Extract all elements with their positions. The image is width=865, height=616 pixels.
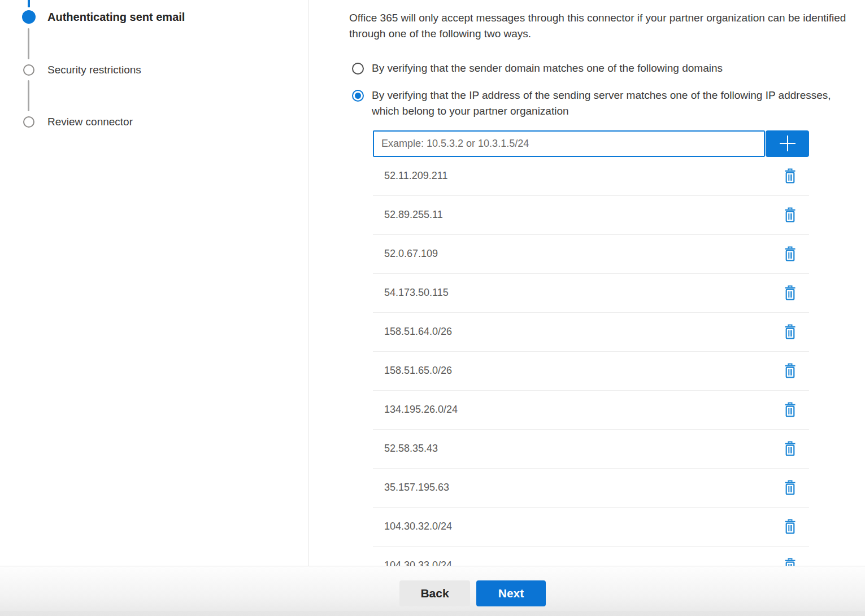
- ip-input-row: [373, 130, 809, 157]
- trash-icon: [784, 324, 796, 339]
- ip-address-value: 104.30.32.0/24: [384, 521, 452, 532]
- ip-list-row: 158.51.65.0/26: [373, 352, 809, 391]
- radio-unselected-icon[interactable]: [352, 63, 364, 75]
- trash-icon: [784, 285, 796, 300]
- ip-address-value: 35.157.195.63: [384, 482, 449, 493]
- delete-ip-button[interactable]: [779, 361, 801, 381]
- ip-address-section: 52.11.209.211 52.89.255.11: [373, 130, 809, 566]
- trash-icon: [784, 168, 796, 184]
- plus-icon: [777, 133, 798, 154]
- step-label: Security restrictions: [47, 64, 141, 76]
- ip-address-input[interactable]: [373, 130, 765, 157]
- ip-address-value: 158.51.65.0/26: [384, 365, 452, 377]
- wizard-footer: Back Next: [0, 566, 865, 616]
- step-authenticating-sent-email: Authenticating sent email: [0, 10, 185, 24]
- trash-icon: [784, 558, 796, 566]
- ip-list-row: 134.195.26.0/24: [373, 391, 809, 430]
- delete-ip-button[interactable]: [779, 556, 801, 566]
- delete-ip-button[interactable]: [779, 205, 801, 225]
- ip-address-value: 52.58.35.43: [384, 443, 438, 455]
- trash-icon: [784, 246, 796, 261]
- delete-ip-button[interactable]: [779, 283, 801, 303]
- ip-address-value: 104.30.33.0/24: [384, 560, 452, 566]
- next-button[interactable]: Next: [476, 580, 546, 606]
- step-connector-line: [28, 28, 29, 59]
- trash-icon: [784, 519, 796, 534]
- ip-address-value: 134.195.26.0/24: [384, 404, 458, 416]
- delete-ip-button[interactable]: [779, 517, 801, 536]
- ip-list-row: 104.30.32.0/24: [373, 508, 809, 547]
- delete-ip-button[interactable]: [779, 244, 801, 264]
- ip-list-row: 158.51.64.0/26: [373, 313, 809, 352]
- trash-icon: [784, 363, 796, 378]
- step-connector-line: [28, 80, 29, 111]
- intro-text: Office 365 will only accept messages thr…: [349, 10, 862, 42]
- upcoming-step-indicator-icon: [23, 64, 34, 76]
- step-content-panel: Office 365 will only accept messages thr…: [308, 0, 865, 566]
- new-connector-wizard-screen: Authenticating sent email Security restr…: [0, 0, 865, 616]
- ip-address-value: 158.51.64.0/26: [384, 326, 452, 338]
- verification-options: By verifying that the sender domain matc…: [349, 60, 865, 120]
- ip-list-row: 54.173.50.115: [373, 274, 809, 313]
- ip-list-row: 35.157.195.63: [373, 469, 809, 508]
- ip-list-row: 52.11.209.211: [373, 157, 809, 196]
- radio-selected-icon[interactable]: [352, 90, 364, 102]
- radio-option-sender-domain[interactable]: By verifying that the sender domain matc…: [349, 60, 865, 77]
- delete-ip-button[interactable]: [779, 166, 801, 186]
- trash-icon: [784, 207, 796, 222]
- add-ip-button[interactable]: [766, 130, 809, 157]
- radio-option-label: By verifying that the IP address of the …: [372, 88, 834, 120]
- delete-ip-button[interactable]: [779, 439, 801, 458]
- trash-icon: [784, 480, 796, 495]
- back-button[interactable]: Back: [399, 580, 470, 606]
- trash-icon: [784, 402, 796, 417]
- ip-address-value: 54.173.50.115: [384, 287, 449, 299]
- ip-address-value: 52.89.255.11: [384, 209, 443, 221]
- ip-list-row: 52.89.255.11: [373, 196, 809, 235]
- ip-list-row: 52.0.67.109: [373, 235, 809, 274]
- ip-address-list: 52.11.209.211 52.89.255.11: [373, 157, 809, 566]
- step-review-connector: Review connector: [0, 116, 133, 128]
- delete-ip-button[interactable]: [779, 478, 801, 497]
- ip-address-value: 52.0.67.109: [384, 248, 438, 260]
- ip-address-value: 52.11.209.211: [384, 170, 447, 182]
- step-label: Authenticating sent email: [47, 11, 185, 24]
- radio-option-label: By verifying that the sender domain matc…: [372, 60, 723, 77]
- ip-list-row: 104.30.33.0/24: [373, 547, 809, 566]
- upcoming-step-indicator-icon: [23, 116, 34, 128]
- radio-option-ip-address[interactable]: By verifying that the IP address of the …: [349, 88, 865, 120]
- current-step-indicator-icon: [22, 10, 36, 24]
- ip-list-row: 52.58.35.43: [373, 430, 809, 469]
- step-label: Review connector: [47, 116, 133, 128]
- delete-ip-button[interactable]: [779, 322, 801, 342]
- previous-step-rail: [28, 0, 30, 7]
- delete-ip-button[interactable]: [779, 400, 801, 420]
- step-security-restrictions: Security restrictions: [0, 64, 141, 76]
- trash-icon: [784, 441, 796, 456]
- wizard-steps-sidebar: Authenticating sent email Security restr…: [0, 0, 308, 566]
